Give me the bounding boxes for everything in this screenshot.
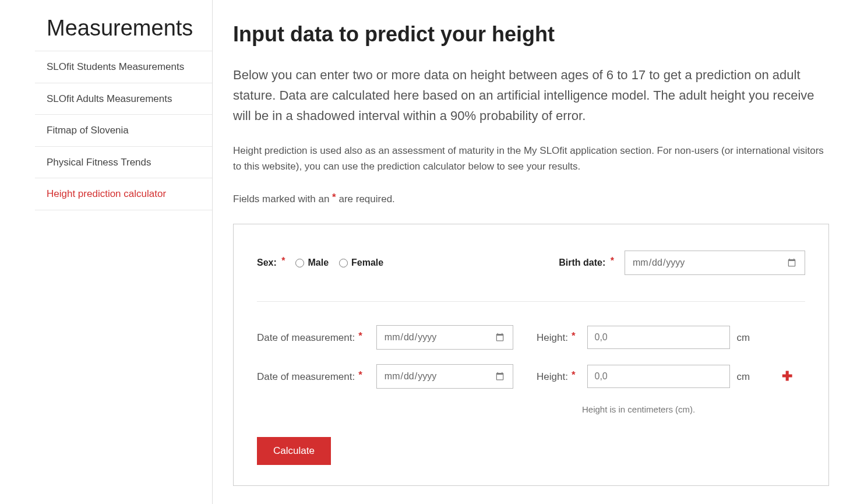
height-input-1[interactable] <box>587 326 730 349</box>
asterisk-icon: * <box>572 368 576 383</box>
asterisk-icon: * <box>281 256 285 266</box>
unit-label-1: cm <box>737 330 750 346</box>
form-box: Sex: * Male Female Birth date: * <box>233 224 829 486</box>
radio-male-input[interactable] <box>295 259 304 267</box>
measurement-date-input-2[interactable] <box>376 364 513 389</box>
add-measurement-icon[interactable]: ✚ <box>782 370 792 383</box>
top-row: Sex: * Male Female Birth date: * <box>257 251 805 302</box>
measurement-date-label-2: Date of measurement: * <box>257 369 362 385</box>
asterisk-icon: * <box>332 192 336 203</box>
sidebar-item-height-prediction[interactable]: Height prediction calculator <box>35 178 212 210</box>
asterisk-icon: * <box>611 256 614 266</box>
measurement-date-input-1[interactable] <box>376 325 513 350</box>
subintro-paragraph: Height prediction is used also as an ass… <box>233 143 829 174</box>
height-label-1: Height: * <box>537 330 576 346</box>
required-note-pre: Fields marked with an <box>233 193 332 205</box>
sidebar-item-fitness-trends[interactable]: Physical Fitness Trends <box>35 147 212 179</box>
birth-date-label: Birth date: * <box>559 256 614 270</box>
measurement-date-label-1: Date of measurement: * <box>257 330 362 346</box>
measurement-row-2: Date of measurement: * Height: * cm ✚ <box>257 364 805 389</box>
radio-female-label: Female <box>351 256 383 270</box>
required-note-post: are required. <box>336 193 395 205</box>
sidebar-title: Measurements <box>0 12 212 45</box>
unit-label-2: cm <box>737 369 750 385</box>
height-label-2: Height: * <box>537 369 576 385</box>
height-input-2[interactable] <box>587 365 730 388</box>
asterisk-icon: * <box>358 368 362 383</box>
radio-female[interactable]: Female <box>339 256 383 270</box>
birth-date-input[interactable] <box>625 251 805 275</box>
intro-paragraph: Below you can enter two or more data on … <box>233 65 829 126</box>
page-title: Input data to predict your height <box>233 19 829 50</box>
calculate-button[interactable]: Calculate <box>257 437 331 465</box>
sidebar-item-fitmap[interactable]: Fitmap of Slovenia <box>35 115 212 147</box>
main-content: Input data to predict your height Below … <box>213 0 864 504</box>
sex-group: Sex: * Male Female <box>257 256 394 270</box>
side-nav: SLOfit Students Measurements SLOfit Adul… <box>35 51 212 210</box>
sidebar: Measurements SLOfit Students Measurement… <box>0 0 213 504</box>
radio-male[interactable]: Male <box>295 256 329 270</box>
asterisk-icon: * <box>358 329 362 344</box>
asterisk-icon: * <box>572 329 576 344</box>
measurement-row-1: Date of measurement: * Height: * cm <box>257 325 805 350</box>
sex-label: Sex: * <box>257 256 285 270</box>
height-hint: Height is in centimeters (cm). <box>582 403 805 417</box>
required-note: Fields marked with an * are required. <box>233 192 829 207</box>
radio-female-input[interactable] <box>339 259 348 267</box>
sidebar-item-students-measurements[interactable]: SLOfit Students Measurements <box>35 51 212 83</box>
birth-group: Birth date: * <box>559 251 805 275</box>
radio-male-label: Male <box>308 256 329 270</box>
sidebar-item-adults-measurements[interactable]: SLOfit Adults Measurements <box>35 83 212 115</box>
